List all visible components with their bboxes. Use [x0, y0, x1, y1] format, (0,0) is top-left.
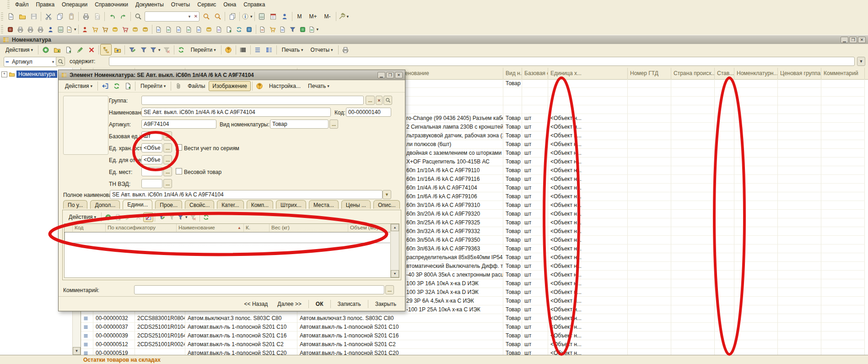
units-column-header-name[interactable]: Наименование — [177, 224, 244, 232]
cell-comment[interactable] — [821, 131, 865, 140]
cell-fullname[interactable]: Автом.выключат.3 полос. S803C C80 — [297, 314, 503, 323]
cell-nomgroup[interactable] — [734, 158, 778, 166]
cell-unit[interactable] — [548, 79, 628, 88]
cell-comment[interactable] — [821, 105, 865, 114]
column-header-base[interactable]: Базовая е... — [522, 68, 548, 79]
table-row[interactable]: 00-000000372CDS251001R0104Автомат.выкл-л… — [81, 323, 868, 331]
series-checkbox[interactable] — [176, 144, 182, 151]
cell-pricegroup[interactable] — [778, 131, 821, 140]
cell-base[interactable]: шт — [522, 149, 548, 158]
cell-unit[interactable]: <Объект н... — [548, 297, 628, 305]
cell-gtd[interactable] — [628, 297, 671, 305]
cell-gtd[interactable] — [628, 244, 671, 253]
cell-unit[interactable]: <Объект н... — [548, 323, 628, 331]
cell-country[interactable] — [671, 297, 715, 305]
cell-comment[interactable] — [821, 323, 865, 331]
cell-pricegroup[interactable] — [778, 158, 821, 166]
tnved-select-button[interactable]: ... — [163, 179, 172, 188]
cell-nomgroup[interactable] — [734, 140, 778, 149]
cell-unit[interactable]: <Объект н... — [548, 149, 628, 158]
column-header-comment[interactable]: Комментарий — [821, 68, 865, 79]
cell-stavka[interactable] — [715, 244, 734, 253]
cell-code[interactable]: 00-00000037 — [93, 323, 135, 331]
cell-art[interactable] — [135, 349, 185, 355]
memory-plus-button[interactable]: М+ — [306, 11, 321, 22]
dialog-tab-1[interactable]: По у... — [63, 200, 87, 209]
cell-unit[interactable]: <Объект н... — [548, 244, 628, 253]
add-copy-icon[interactable] — [63, 44, 74, 55]
cell-nomgroup[interactable] — [734, 166, 778, 175]
calculator-icon[interactable] — [256, 11, 268, 22]
paste-icon[interactable] — [65, 11, 77, 22]
cell-base[interactable]: шт — [522, 262, 548, 271]
cell-fullname[interactable]: Автомат.выкл-ль 1-полосной S201 C20 — [297, 349, 503, 355]
image-button[interactable]: Изображение — [209, 81, 251, 91]
cell-gtd[interactable] — [628, 149, 671, 158]
price-document-icon[interactable] — [154, 25, 164, 34]
undo-icon[interactable] — [106, 11, 118, 22]
cell-gtd[interactable] — [628, 131, 671, 140]
cell-base[interactable]: шт — [522, 218, 548, 227]
cell-vid[interactable]: Товар — [503, 166, 522, 175]
cell-art[interactable]: 2CDS251001R0024 — [135, 340, 185, 349]
cell-country[interactable] — [671, 79, 715, 88]
cell-nomgroup[interactable] — [734, 123, 778, 131]
dialog-tab-2[interactable]: Допол... — [90, 200, 120, 209]
cell-unit[interactable]: <Объект н... — [548, 314, 628, 323]
cell-country[interactable] — [671, 114, 715, 123]
cell-country[interactable] — [671, 236, 715, 244]
cell-comment[interactable] — [821, 97, 865, 105]
cell-unit[interactable]: <Объект н... — [548, 349, 628, 355]
cell-base[interactable]: шт — [522, 305, 548, 314]
cell-nomgroup[interactable] — [734, 236, 778, 244]
cell-base[interactable]: шт — [522, 340, 548, 349]
cell-vid[interactable]: Товар — [503, 201, 522, 210]
cell-nomgroup[interactable] — [734, 349, 778, 355]
print-button[interactable]: Печать▾ — [304, 81, 333, 91]
cell-comment[interactable] — [821, 340, 865, 349]
cell-nomgroup[interactable] — [734, 79, 778, 88]
cell-comment[interactable] — [821, 201, 865, 210]
active-users-icon[interactable] — [279, 11, 291, 22]
cell-country[interactable] — [671, 305, 715, 314]
cell-nomgroup[interactable] — [734, 131, 778, 140]
reread-icon[interactable] — [111, 81, 122, 91]
cell-vid[interactable]: Товар — [503, 331, 522, 340]
cell-stavka[interactable] — [715, 314, 734, 323]
scroll-down-icon[interactable]: ▼ — [391, 270, 399, 277]
units-column-header-k[interactable]: К. — [244, 224, 270, 232]
cell-gtd[interactable] — [628, 288, 671, 297]
cell-base[interactable]: шт — [522, 271, 548, 279]
cell-country[interactable] — [671, 105, 715, 114]
cell-nomgroup[interactable] — [734, 305, 778, 314]
cell-gtd[interactable] — [628, 340, 671, 349]
cell-base[interactable]: шт — [522, 236, 548, 244]
cell-stavka[interactable] — [715, 201, 734, 210]
new-item-icon[interactable] — [224, 25, 234, 34]
clear-search-icon[interactable]: ✕ — [193, 14, 199, 19]
transfer-document-icon[interactable] — [174, 25, 184, 34]
find-previous-icon[interactable] — [212, 11, 223, 22]
cell-gtd[interactable] — [628, 192, 671, 201]
cell-vid[interactable]: Товар — [503, 236, 522, 244]
cell-nomgroup[interactable] — [734, 244, 778, 253]
cell-vid[interactable]: Товар — [503, 192, 522, 201]
cell-base[interactable]: шт — [522, 288, 548, 297]
cell-vid[interactable]: Товар — [503, 297, 522, 305]
cell-vid[interactable]: Товар — [503, 288, 522, 297]
cell-gtd[interactable] — [628, 140, 671, 149]
cell-base[interactable]: шт — [522, 279, 548, 288]
cell-nomgroup[interactable] — [734, 114, 778, 123]
cell-fullname[interactable]: Автомат.выкл-ль 1-полосной S201 C16 — [297, 331, 503, 340]
units-column-header-marker[interactable] — [65, 224, 73, 232]
cell-comment[interactable] — [821, 279, 865, 288]
cell-comment[interactable] — [821, 297, 865, 305]
cell-name[interactable]: Автомат.выкл-ль 1-полосной S201 C20 — [185, 349, 297, 355]
comment-select-button[interactable]: ... — [385, 285, 394, 294]
cell-stavka[interactable] — [715, 105, 734, 114]
filter-icon[interactable] — [138, 44, 149, 55]
cell-nomgroup[interactable] — [734, 340, 778, 349]
cell-pricegroup[interactable] — [778, 166, 821, 175]
cell-pricegroup[interactable] — [778, 227, 821, 236]
cell-vid[interactable]: Товар — [503, 271, 522, 279]
